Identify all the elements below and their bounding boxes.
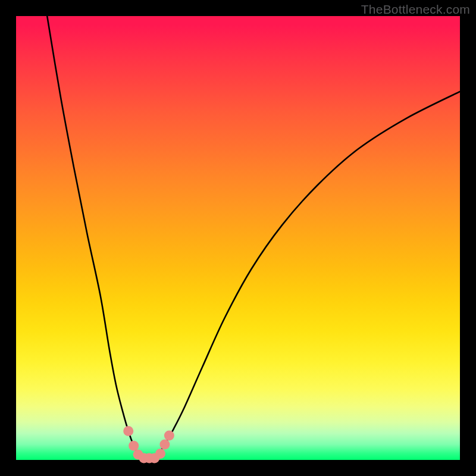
valley-dot [164, 430, 174, 440]
valley-dot [159, 439, 170, 449]
curve-layer [16, 16, 460, 460]
chart-frame: TheBottleneck.com [0, 0, 476, 476]
watermark-text: TheBottleneck.com [361, 2, 470, 17]
valley-dots [123, 426, 174, 464]
plot-area [16, 16, 460, 460]
valley-dot [129, 441, 139, 451]
valley-dot [123, 426, 133, 436]
bottleneck-curve [47, 16, 460, 460]
valley-dot [155, 449, 165, 459]
